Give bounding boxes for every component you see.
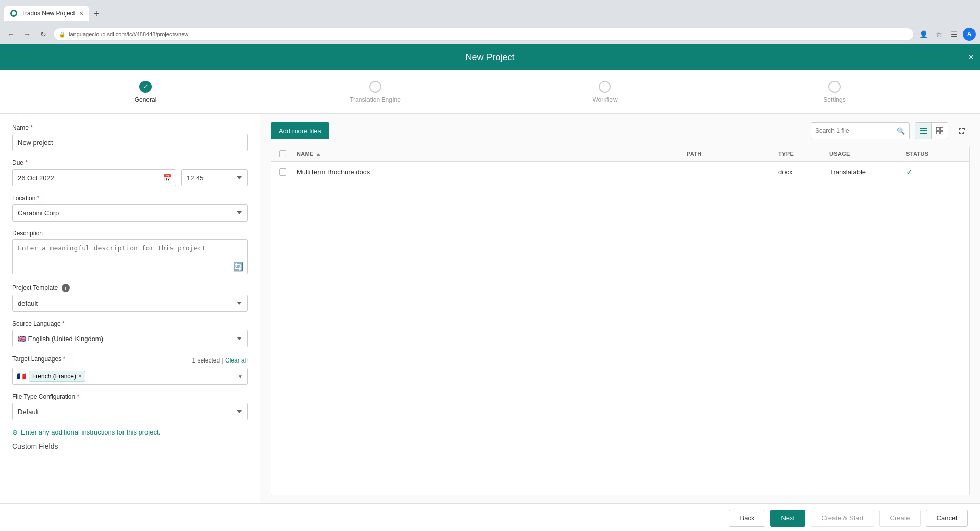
step-settings-label: Settings [823,96,845,103]
refresh-button[interactable]: ↻ [37,28,50,41]
row-type-cell: docx [775,162,826,182]
header-path-cell[interactable]: PATH [683,146,775,161]
file-type-config-field-group: File Type Configuration * Default [12,393,248,420]
row-checkbox[interactable] [279,168,286,176]
calendar-icon[interactable]: 📅 [163,174,172,182]
expand-button[interactable] [953,123,970,139]
due-field-group: Due * 📅 12:45 [12,159,248,186]
extensions-icon[interactable]: ☰ [947,28,961,41]
content-area: Name * Due * 📅 12:45 [0,114,980,503]
browser-address-bar-row: ← → ↻ 🔒 languagecloud.sdl.com/lc/t/48844… [0,25,980,44]
svg-point-0 [12,11,16,15]
row-name-cell: MultiTerm Brochure.docx [293,162,683,182]
search-box: 🔍 [811,122,910,139]
back-button[interactable]: ← [4,28,17,41]
target-languages-label: Target Languages * [12,355,65,363]
tab-bar: Trados New Project × + [4,4,104,21]
step-translation-engine[interactable]: Translation Engine [260,81,490,103]
step-general[interactable]: ✓ General [31,81,260,103]
file-type-config-label: File Type Configuration * [12,393,248,400]
profile-icon[interactable]: 👤 [917,28,930,41]
location-field-group: Location * Carabini Corp [12,195,248,222]
select-all-checkbox[interactable] [279,150,286,157]
description-field-group: Description 🔄 [12,230,248,276]
forward-button[interactable]: → [20,28,34,41]
target-languages-select[interactable]: 🇫🇷 French (France) × ▼ [12,368,248,385]
active-tab[interactable]: Trados New Project × [4,6,89,21]
table-row: MultiTerm Brochure.docx docx Translatabl… [271,162,969,182]
header-status-cell[interactable]: STATUS [903,146,964,161]
new-tab-button[interactable]: + [89,7,104,21]
step-translation-engine-label: Translation Engine [350,96,401,103]
wizard-steps: ✓ General Translation Engine Workflow Se… [0,70,980,114]
star-icon[interactable]: ☆ [932,28,945,41]
step-workflow-circle [599,81,611,93]
tab-title: Trados New Project [21,10,75,17]
step-general-circle: ✓ [139,81,152,93]
svg-rect-4 [936,127,939,130]
step-settings-circle [828,81,841,93]
grid-view-button[interactable] [932,123,948,139]
step-settings[interactable]: Settings [720,81,949,103]
row-path-cell [683,162,775,182]
remove-french-tag-button[interactable]: × [78,373,82,380]
cancel-button[interactable]: Cancel [926,510,968,527]
view-toggle-buttons [915,122,948,139]
name-input[interactable] [12,134,248,151]
address-bar[interactable]: 🔒 languagecloud.sdl.com/lc/t/488448/proj… [53,28,914,41]
location-label: Location * [12,195,248,202]
tab-favicon [10,10,17,17]
header-name-cell[interactable]: NAME ▲ [293,146,683,161]
project-template-select[interactable]: default [12,295,248,312]
clear-all-link[interactable]: Clear all [225,357,248,364]
row-status-cell: ✓ [903,162,964,182]
target-lang-row: Target Languages * 1 selected | Clear al… [12,355,248,365]
due-time-select[interactable]: 12:45 [181,169,248,186]
back-button[interactable]: Back [729,510,765,527]
step-workflow[interactable]: Workflow [490,81,720,103]
create-button[interactable]: Create [879,510,921,527]
header-type-cell[interactable]: TYPE [775,146,826,161]
list-view-button[interactable] [915,123,932,139]
browser-chrome: Trados New Project × + [0,0,980,25]
description-ai-icon[interactable]: 🔄 [233,262,243,272]
row-checkbox-cell [276,162,293,182]
due-label: Due * [12,159,248,166]
step-workflow-label: Workflow [592,96,617,103]
svg-rect-7 [940,131,943,134]
source-language-select[interactable]: 🇬🇧 English (United Kingdom) [12,330,248,347]
row-usage-cell: Translatable [826,162,903,182]
app-header: New Project × [0,44,980,70]
file-table: NAME ▲ PATH TYPE USAGE STATUS MultiTerm … [271,146,970,495]
footer: Back Next Create & Start Create Cancel [0,503,980,531]
create-and-start-button[interactable]: Create & Start [811,510,874,527]
project-template-info-icon[interactable]: i [62,284,70,292]
add-files-button[interactable]: Add more files [271,122,329,139]
svg-rect-6 [936,131,939,134]
app-header-close-button[interactable]: × [968,52,974,63]
due-date-input[interactable] [12,169,176,186]
target-lang-arrow-icon: ▼ [238,374,243,379]
description-textarea[interactable] [12,239,248,274]
search-icon[interactable]: 🔍 [893,127,909,135]
status-checkmark-icon: ✓ [906,167,913,177]
search-input[interactable] [811,127,893,134]
project-template-label: Project Template i [12,284,248,292]
name-label: Name * [12,124,248,131]
target-lang-info: 1 selected | Clear all [192,357,248,364]
user-avatar[interactable]: A [963,28,976,41]
date-input-wrap: 📅 [12,169,176,186]
location-select[interactable]: Carabini Corp [12,204,248,222]
file-type-config-select[interactable]: Default [12,403,248,420]
source-language-field-group: Source Language * 🇬🇧 English (United Kin… [12,320,248,347]
tab-close-button[interactable]: × [79,9,83,17]
target-languages-field-group: Target Languages * 1 selected | Clear al… [12,355,248,385]
custom-fields-label: Custom Fields [12,442,248,450]
description-wrap: 🔄 [12,239,248,276]
header-usage-cell[interactable]: USAGE [826,146,903,161]
additional-instructions[interactable]: ⊕ Enter any additional instructions for … [12,428,248,436]
next-button[interactable]: Next [770,510,805,527]
right-panel: Add more files 🔍 [260,114,980,503]
name-field-group: Name * [12,124,248,151]
french-france-tag: French (France) × [29,371,85,382]
